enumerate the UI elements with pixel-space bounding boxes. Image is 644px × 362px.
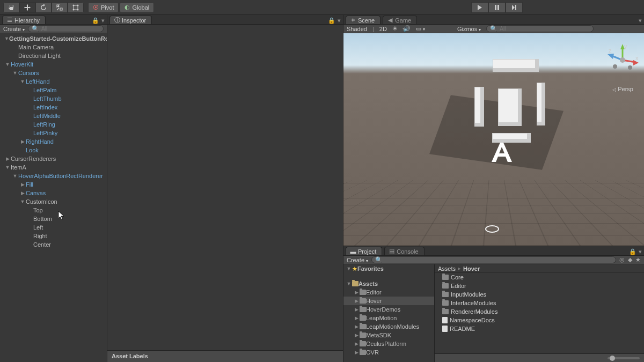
- project-asset-item[interactable]: README: [435, 324, 644, 333]
- hierarchy-item[interactable]: ▼CustomIcon: [0, 197, 107, 206]
- create-dropdown[interactable]: Create ▾: [3, 26, 25, 32]
- play-button[interactable]: [471, 2, 488, 13]
- filter-icon-2[interactable]: ◆: [628, 256, 632, 263]
- project-search[interactable]: 🔍: [371, 256, 616, 263]
- panel-menu-icon[interactable]: ▾: [639, 17, 642, 24]
- scene-search-input[interactable]: [500, 26, 590, 32]
- lighting-toggle[interactable]: ☀: [392, 25, 398, 32]
- hierarchy-item[interactable]: LeftMiddle: [0, 112, 107, 120]
- hand-tool[interactable]: [3, 2, 19, 13]
- breadcrumb-current[interactable]: Hover: [463, 265, 480, 272]
- arrow-right-icon[interactable]: ▶: [353, 298, 360, 304]
- global-toggle[interactable]: ◐ Global: [120, 2, 154, 13]
- project-tree-item[interactable]: ▶ OVR: [343, 348, 434, 357]
- arrow-down-icon[interactable]: ▼: [12, 173, 18, 179]
- arrow-down-icon[interactable]: ▼: [4, 61, 11, 68]
- lock-icon[interactable]: 🔒: [629, 248, 636, 255]
- hierarchy-item[interactable]: ▼ItemA: [0, 163, 107, 172]
- scene-object-top[interactable]: [493, 59, 539, 72]
- hierarchy-item[interactable]: LeftPalm: [0, 86, 107, 94]
- hierarchy-item[interactable]: ▼Cursors: [0, 69, 107, 77]
- hierarchy-item[interactable]: ▶Canvas: [0, 189, 107, 197]
- hierarchy-item[interactable]: LeftPinky: [0, 129, 107, 137]
- hierarchy-tree[interactable]: ▼GettingStarted-CustomizeButtonRendererM…: [0, 33, 107, 362]
- project-tree-item[interactable]: ▶ LeapMotionModules: [343, 322, 434, 331]
- project-asset-item[interactable]: Core: [435, 273, 644, 282]
- arrow-right-icon[interactable]: ▶: [353, 341, 360, 347]
- step-button[interactable]: [506, 2, 523, 13]
- move-tool[interactable]: [19, 2, 35, 13]
- asset-labels-header[interactable]: Asset Labels: [107, 350, 343, 362]
- inspector-tab[interactable]: ⓘ Inspector: [109, 16, 152, 24]
- arrow-down-icon[interactable]: ▼: [19, 78, 26, 85]
- hierarchy-item[interactable]: ▼LeftHand: [0, 77, 107, 86]
- arrow-down-icon[interactable]: ▼: [346, 265, 352, 272]
- project-favorites[interactable]: ▼★ Favorites: [343, 264, 434, 273]
- scene-search[interactable]: 🔍: [486, 25, 594, 32]
- arrow-right-icon[interactable]: ▶: [353, 315, 360, 321]
- arrow-right-icon[interactable]: ▶: [19, 190, 26, 196]
- project-create-dropdown[interactable]: Create ▾: [347, 257, 368, 263]
- hierarchy-item[interactable]: LeftRing: [0, 120, 107, 129]
- arrow-down-icon[interactable]: ▼: [12, 70, 18, 76]
- gizmos-dropdown[interactable]: Gizmos ▾: [457, 26, 481, 32]
- hierarchy-item[interactable]: ▼HoverKit: [0, 60, 107, 69]
- thumbnail-size-slider[interactable]: [608, 357, 640, 359]
- fx-toggle[interactable]: ▭ ▾: [416, 25, 425, 32]
- 2d-toggle[interactable]: 2D: [379, 26, 387, 32]
- hierarchy-search[interactable]: 🔍: [28, 25, 104, 32]
- project-asset-item[interactable]: NamespaceDocs: [435, 316, 644, 324]
- hierarchy-item[interactable]: Look: [0, 146, 107, 154]
- rotate-tool[interactable]: [35, 2, 52, 13]
- arrow-right-icon[interactable]: ▶: [353, 289, 360, 295]
- arrow-down-icon[interactable]: ▼: [346, 280, 352, 287]
- rect-tool[interactable]: [68, 2, 84, 13]
- lock-icon[interactable]: 🔒: [328, 17, 335, 24]
- console-tab[interactable]: ▤ Console: [384, 247, 424, 255]
- arrow-right-icon[interactable]: ▶: [353, 323, 360, 330]
- project-tree-item[interactable]: ▶ OculusPlatform: [343, 339, 434, 348]
- hierarchy-tab[interactable]: ☰ Hierarchy: [2, 16, 46, 24]
- arrow-right-icon[interactable]: ▶: [4, 156, 11, 162]
- scale-tool[interactable]: [52, 2, 68, 13]
- project-tree-item[interactable]: ▶ LeapMotion: [343, 314, 434, 322]
- scene-object-right[interactable]: [537, 83, 545, 125]
- project-asset-item[interactable]: InputModules: [435, 290, 644, 299]
- project-asset-item[interactable]: Editor: [435, 282, 644, 290]
- project-tree-item[interactable]: ▶ HoverDemos: [343, 305, 434, 314]
- project-tree-item[interactable]: ▶ Hover: [343, 297, 434, 305]
- game-tab[interactable]: ◀ Game: [383, 16, 417, 24]
- arrow-right-icon[interactable]: ▶: [353, 306, 360, 313]
- pivot-toggle[interactable]: ⦿ Pivot: [88, 2, 119, 13]
- hierarchy-item[interactable]: ▶RightHand: [0, 137, 107, 146]
- project-tree-item[interactable]: ▶ MetaSDK: [343, 331, 434, 339]
- hierarchy-item[interactable]: ▼GettingStarted-CustomizeButtonRenderer: [0, 34, 107, 43]
- draw-mode-dropdown[interactable]: Shaded: [347, 26, 367, 32]
- hierarchy-item[interactable]: Center: [0, 240, 107, 249]
- project-search-input[interactable]: [385, 257, 612, 263]
- save-search-icon[interactable]: ★: [635, 256, 641, 263]
- persp-label[interactable]: ◁ Persp: [612, 86, 633, 92]
- hierarchy-item[interactable]: Right: [0, 232, 107, 240]
- scene-tab[interactable]: ⌗ Scene: [346, 16, 380, 24]
- hierarchy-item[interactable]: Main Camera: [0, 43, 107, 51]
- hierarchy-item[interactable]: Top: [0, 206, 107, 215]
- project-breadcrumb[interactable]: Assets ▸ Hover: [435, 264, 644, 273]
- arrow-right-icon[interactable]: ▶: [353, 332, 360, 338]
- hierarchy-item[interactable]: LeftThumb: [0, 94, 107, 103]
- project-tree-item[interactable]: ▶ Editor: [343, 288, 434, 297]
- arrow-down-icon[interactable]: ▼: [4, 35, 9, 42]
- panel-menu-icon[interactable]: ▾: [639, 248, 642, 255]
- arrow-right-icon[interactable]: ▶: [19, 181, 26, 188]
- orientation-gizmo[interactable]: x y z: [606, 44, 639, 82]
- project-assets-root[interactable]: ▼ Assets: [343, 279, 434, 288]
- panel-menu-icon[interactable]: ▾: [338, 17, 341, 24]
- project-asset-item[interactable]: InterfaceModules: [435, 299, 644, 307]
- filter-icon[interactable]: ◎: [619, 256, 625, 263]
- panel-menu-icon[interactable]: ▾: [101, 17, 105, 24]
- hierarchy-item[interactable]: Directional Light: [0, 51, 107, 60]
- pause-button[interactable]: [488, 2, 506, 13]
- scene-object-left[interactable]: [474, 87, 484, 127]
- arrow-right-icon[interactable]: ▶: [353, 349, 360, 356]
- hierarchy-item[interactable]: Left: [0, 223, 107, 232]
